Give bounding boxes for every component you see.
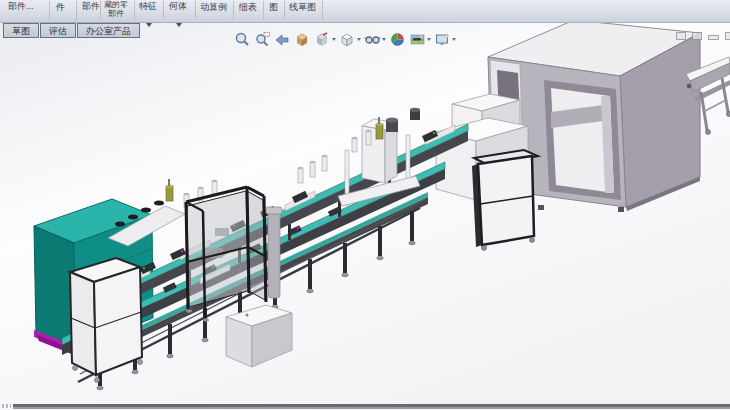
ribbon-button-insert-components[interactable]: 部件...	[8, 1, 34, 11]
ribbon-separator	[322, 1, 323, 20]
view-settings-icon	[434, 31, 451, 48]
apply-scene-button[interactable]	[409, 31, 431, 48]
ribbon-separator	[163, 1, 164, 20]
dropdown-caret-icon	[452, 38, 456, 41]
zoom-to-fit-icon	[234, 31, 251, 48]
ribbon-separator	[49, 1, 50, 20]
hide-show-items-icon	[364, 31, 381, 48]
black-framed-cabinet[interactable]	[472, 150, 538, 251]
view-orientation-icon	[314, 31, 331, 48]
display-style-button[interactable]	[339, 31, 361, 48]
command-ribbon: 部件... 件 部件 藏的零 部件 特征 何体 动算例 细表 图 线草图	[0, 0, 730, 23]
ribbon-button-motion-study[interactable]: 动算例	[200, 2, 227, 12]
section-view-button[interactable]	[294, 31, 311, 48]
ribbon-separator	[233, 1, 234, 20]
document-window-controls	[676, 31, 730, 40]
section-view-icon	[294, 31, 311, 48]
zoom-to-fit-button[interactable]	[234, 31, 251, 48]
dropdown-caret-icon[interactable]	[146, 13, 152, 31]
ribbon-button-show-hidden-components[interactable]: 藏的零 部件	[104, 0, 128, 18]
ribbon-separator	[100, 1, 101, 20]
ribbon-button-bill-of-materials[interactable]: 细表	[239, 2, 257, 12]
ribbon-button-exploded-view[interactable]: 图	[269, 2, 278, 12]
display-style-icon	[339, 31, 356, 48]
ribbon-button-component[interactable]: 部件	[82, 1, 100, 11]
dropdown-caret-icon	[427, 38, 431, 41]
edit-appearance-button[interactable]	[389, 31, 406, 48]
tab-office-products[interactable]: 办公室产品	[77, 23, 140, 38]
status-bar-edge-highlight	[13, 407, 730, 409]
dropdown-caret-icon	[357, 38, 361, 41]
ribbon-button-reference-geometry[interactable]: 何体	[169, 1, 187, 11]
tab-evaluate[interactable]: 评估	[40, 23, 76, 38]
commandmanager-tabs: 草图 评估 办公室产品	[3, 23, 141, 38]
edit-appearance-icon	[389, 31, 406, 48]
view-settings-button[interactable]	[434, 31, 456, 48]
tab-sketch[interactable]: 草图	[3, 23, 39, 38]
zoom-to-area-button[interactable]	[254, 31, 271, 48]
dropdown-caret-icon	[382, 38, 386, 41]
ribbon-button-explode-line-sketch[interactable]: 线草图	[289, 2, 316, 12]
ribbon-separator	[76, 1, 77, 20]
ribbon-separator	[134, 1, 135, 20]
ribbon-separator	[284, 1, 285, 20]
window-close-icon[interactable]	[725, 32, 730, 40]
resize-grip[interactable]	[2, 404, 11, 408]
window-maximize-icon[interactable]	[692, 32, 702, 40]
ribbon-button-mate[interactable]: 件	[56, 2, 65, 12]
view-orientation-button[interactable]	[314, 31, 336, 48]
previous-view-button[interactable]	[274, 31, 291, 48]
hide-show-items-button[interactable]	[364, 31, 386, 48]
dropdown-caret-icon	[332, 38, 336, 41]
ribbon-separator	[263, 1, 264, 20]
ribbon-button-assembly-features[interactable]: 特征	[139, 1, 157, 11]
apply-scene-icon	[409, 31, 426, 48]
ribbon-separator	[195, 1, 196, 20]
window-minimize-icon[interactable]	[708, 35, 719, 40]
zoom-to-area-icon	[254, 31, 271, 48]
previous-view-icon	[274, 31, 291, 48]
dropdown-caret-icon[interactable]	[176, 13, 182, 31]
model-viewport[interactable]	[0, 0, 730, 410]
heads-up-view-toolbar	[234, 31, 456, 48]
window-restore-icon[interactable]	[676, 32, 686, 40]
